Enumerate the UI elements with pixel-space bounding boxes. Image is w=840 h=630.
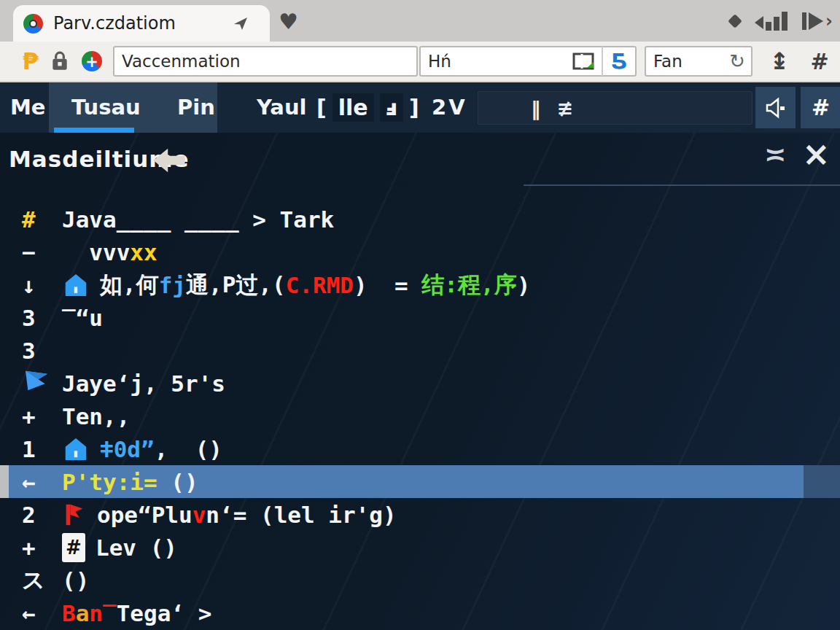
code-text: Ten,, bbox=[62, 403, 130, 429]
code-segment: v bbox=[192, 502, 206, 528]
bracket-close: ] bbox=[409, 95, 419, 120]
nav-search-box[interactable]: ‖ ≢ bbox=[478, 91, 752, 125]
secondary-field: Ƽ bbox=[419, 46, 637, 77]
code-segment: ǂ0d” bbox=[100, 436, 155, 462]
hash-button[interactable]: # bbox=[801, 87, 840, 128]
code-segment: () bbox=[158, 469, 198, 495]
lock-icon[interactable] bbox=[45, 42, 74, 81]
gutter-symbol: ↓ bbox=[0, 272, 62, 298]
code-text: P'ty:i= () bbox=[62, 469, 198, 495]
code-line[interactable]: ←Ban‾Tega‘ > bbox=[0, 596, 840, 629]
code-segment: 通,P过,( bbox=[186, 270, 286, 300]
flag-blue-icon bbox=[22, 366, 51, 395]
code-line[interactable]: − vvvxx bbox=[0, 236, 840, 268]
code-segment: 结:程,序 bbox=[421, 270, 516, 300]
play-forward-icon[interactable]: › bbox=[802, 12, 833, 31]
page-content: Masdeiltiume ≍ × #Java____ ____ > Tark− … bbox=[0, 133, 840, 630]
code-line[interactable]: 1ǂ0d”, () bbox=[0, 432, 840, 465]
url-input[interactable] bbox=[114, 52, 416, 71]
code-segment: Tega‘ > bbox=[117, 600, 212, 626]
code-line[interactable]: ↓如,何fj通,P过,(C.RMD) = 结:程,序) bbox=[0, 268, 840, 301]
code-line[interactable]: 3‾“u bbox=[0, 301, 840, 334]
gutter-symbol: 2 bbox=[0, 502, 62, 528]
code-segment: ‾“u bbox=[62, 305, 103, 331]
code-text: Ban‾Tega‘ > bbox=[62, 600, 211, 626]
address-bar: ₱ Ƽ ↻ ↨ # bbox=[0, 42, 840, 82]
code-text: vvvxx bbox=[62, 239, 158, 265]
code-segment: ) bbox=[517, 272, 531, 298]
tertiary-input[interactable] bbox=[646, 52, 729, 71]
gutter-symbol: 3 bbox=[0, 305, 62, 331]
tertiary-field: ↻ bbox=[645, 46, 752, 77]
nav-item-pin[interactable]: Pin bbox=[177, 82, 215, 133]
refresh-icon[interactable]: ↻ bbox=[729, 50, 745, 72]
pin-icon[interactable] bbox=[232, 15, 249, 32]
code-text: Jaye‘j, 5r's bbox=[62, 370, 225, 397]
code-line[interactable]: Jaye‘j, 5r's bbox=[0, 367, 840, 400]
code-segment: Jaye‘j, 5r's bbox=[62, 370, 225, 397]
nav-chip-2[interactable]: ⅎ bbox=[380, 93, 403, 122]
badge-icon: # bbox=[62, 533, 85, 562]
gutter-symbol: 3 bbox=[0, 338, 62, 364]
close-x-icon[interactable]: × bbox=[802, 134, 831, 174]
bracket-open: [ bbox=[316, 95, 327, 120]
code-line[interactable]: 2ope“Pluvn‘= (lel ir'g) bbox=[0, 498, 840, 531]
nav-label-yaul: Yaul bbox=[257, 82, 307, 133]
browser-tab[interactable]: Parv.czdatiom bbox=[13, 5, 270, 42]
code-text: #Lev () bbox=[62, 533, 177, 562]
code-segment: P'ty:i= bbox=[62, 469, 158, 495]
window-split-icon[interactable] bbox=[572, 52, 594, 71]
translate-icon[interactable]: Ƽ bbox=[603, 50, 635, 74]
nav-item-me[interactable]: Me bbox=[10, 82, 46, 133]
pause-icon: ‖ bbox=[531, 97, 541, 120]
code-text: Java____ ____ > Tark bbox=[62, 206, 334, 233]
gutter-symbol: + bbox=[0, 534, 62, 561]
code-segment: Ten,, bbox=[62, 403, 130, 429]
code-segment: a bbox=[76, 600, 90, 626]
section-divider bbox=[524, 184, 840, 186]
heart-icon[interactable]: ♥ bbox=[279, 9, 298, 34]
secondary-input[interactable] bbox=[421, 52, 572, 71]
code-segment: fj bbox=[159, 272, 186, 298]
tab-strip: Parv.czdatiom ♥ › bbox=[0, 0, 840, 42]
flag-red-icon bbox=[62, 500, 87, 529]
code-segment: n‾ bbox=[89, 600, 116, 626]
diamond-icon[interactable] bbox=[728, 14, 742, 28]
browser-window: Parv.czdatiom ♥ › ₱ bbox=[0, 0, 840, 630]
code-text: () bbox=[62, 567, 89, 594]
signal-bars-icon[interactable] bbox=[755, 12, 788, 31]
gutter-symbol: # bbox=[0, 206, 62, 233]
code-segment: n‘= (lel ir'g) bbox=[206, 502, 396, 528]
back-arrow-icon[interactable] bbox=[153, 147, 185, 174]
currency-icon[interactable]: ₱ bbox=[16, 42, 45, 81]
tab-title: Parv.czdatiom bbox=[53, 13, 232, 34]
nav-chip-1[interactable]: lle bbox=[332, 93, 374, 122]
site-logo-icon[interactable] bbox=[77, 42, 106, 81]
nav-bracket-group: [ lle ⅎ ] bbox=[316, 82, 419, 133]
vertical-expand-icon[interactable]: ↨ bbox=[761, 42, 798, 81]
nav-item-tusau[interactable]: Tusau bbox=[71, 82, 141, 133]
code-view: #Java____ ____ > Tark− vvvxx↓如,何fj通,P过,(… bbox=[0, 188, 840, 630]
hash-strike-icon: ≢ bbox=[557, 97, 574, 120]
code-line[interactable]: +#Lev () bbox=[0, 531, 840, 564]
code-segment: ) = bbox=[354, 272, 421, 298]
speaker-button[interactable] bbox=[755, 87, 796, 128]
grid-icon[interactable]: # bbox=[801, 42, 837, 81]
gutter-symbol: − bbox=[0, 239, 62, 265]
house-icon bbox=[62, 271, 90, 299]
code-line[interactable]: 3 bbox=[0, 334, 840, 367]
code-line-selected[interactable]: ←P'ty:i= () bbox=[0, 465, 840, 498]
code-line[interactable]: ス() bbox=[0, 564, 840, 596]
code-segment: C.RMD bbox=[286, 272, 354, 298]
house-icon bbox=[62, 435, 90, 463]
code-text: 如,何fj通,P过,(C.RMD) = 结:程,序) bbox=[62, 270, 530, 300]
code-segment: 如,何 bbox=[100, 270, 159, 300]
code-line[interactable]: +Ten,, bbox=[0, 400, 840, 432]
gutter-symbol: 1 bbox=[0, 436, 62, 462]
code-line[interactable]: #Java____ ____ > Tark bbox=[0, 203, 840, 236]
code-segment: Lev () bbox=[96, 534, 177, 561]
collapse-icon[interactable]: ≍ bbox=[764, 140, 786, 170]
code-segment: , () bbox=[155, 436, 222, 462]
gutter-symbol: ← bbox=[0, 469, 62, 495]
code-segment: vvv bbox=[62, 239, 130, 265]
